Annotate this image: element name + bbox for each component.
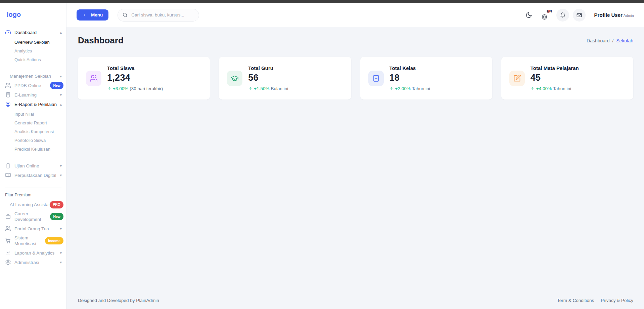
main-area: Menu EN [66, 3, 644, 309]
stat-card-total-siswa: Total Siswa1,234+3.00%(30 hari terakhir) [78, 57, 210, 100]
profile-menu[interactable]: Profile User Admin [594, 12, 634, 18]
journal-icon [5, 92, 11, 98]
sidebar-item-career-development[interactable]: Career Development▾New [0, 209, 66, 224]
caret-down-icon: ▾ [60, 250, 62, 256]
sidebar-subitem-analisis-kompetensi[interactable]: Analisis Kompetensi [0, 127, 66, 136]
footer-link-privacy-policy[interactable]: Privacy & Policy [601, 298, 633, 303]
breadcrumb-current[interactable]: Sekolah [616, 38, 633, 43]
stat-value: 45 [531, 73, 579, 83]
stat-body: Total Mata Pelajaran45+4.00%Tahun ini [531, 65, 579, 91]
book-open-icon [5, 172, 11, 178]
search-box [118, 9, 199, 22]
graduation-cap-icon [227, 71, 242, 86]
caret-down-icon: ▾ [60, 226, 62, 232]
stat-title: Total Mata Pelajaran [531, 65, 579, 71]
app-shell: logo Dashboard▴Overview SekolahAnalytics… [0, 3, 644, 309]
footer-link-term-conditions[interactable]: Term & Conditions [557, 298, 594, 303]
stat-trend: +4.00%Tahun ini [531, 86, 579, 91]
profile-name: Profile User [594, 12, 623, 18]
top-bar: Menu EN [66, 3, 644, 27]
dark-mode-toggle[interactable] [525, 12, 532, 18]
sidebar-item-portal-orang-tua[interactable]: Portal Orang Tua▾ [0, 224, 66, 233]
badge-new: New [50, 82, 63, 89]
sidebar-item-perpustakaan-digital[interactable]: Perpustakaan Digital▾ [0, 170, 66, 180]
stat-title: Total Kelas [389, 65, 430, 71]
stat-title: Total Siswa [107, 65, 163, 71]
language-selector[interactable]: EN [541, 9, 552, 21]
caret-up-icon: ▴ [60, 102, 62, 107]
smartphone-icon [5, 163, 11, 169]
stat-value: 56 [248, 73, 288, 83]
gear-icon [5, 259, 11, 265]
sidebar-item-label: Ujian Online [14, 163, 61, 169]
trend-period: Tahun ini [553, 86, 571, 91]
briefcase-icon [5, 214, 11, 220]
arrow-up-icon [531, 86, 535, 91]
notifications-button[interactable] [556, 9, 569, 22]
sidebar-submenu: Input NilaiGenerate RaportAnalisis Kompe… [0, 110, 66, 153]
sidebar-item-label: Manajemen Sekolah [10, 73, 61, 79]
sidebar-item-label: E-Raport & Penilaian [14, 102, 61, 107]
sidebar-item-sistem-monetisasi[interactable]: Sistem Monetisasi▾Income [0, 233, 66, 248]
sidebar-item-label: Sistem Monetisasi [14, 235, 44, 246]
sidebar-group: Fitur PremiumAI Learning Assistant▾PROCa… [0, 188, 66, 267]
sidebar-item-administrasi[interactable]: Administrasi▾ [0, 258, 66, 267]
sidebar-submenu: Overview SekolahAnalyticsQuick Actions [0, 38, 66, 64]
sidebar-subitem-portofolio-siswa[interactable]: Portofolio Siswa [0, 136, 66, 145]
footer-links: Term & ConditionsPrivacy & Policy [557, 298, 633, 303]
caret-down-icon: ▾ [60, 73, 62, 79]
users-icon [5, 226, 11, 232]
footer-credit: Designed and Developed by PlainAdmin [78, 298, 159, 303]
stat-title: Total Guru [248, 65, 288, 71]
sidebar-item-ujian-online[interactable]: Ujian Online▾ [0, 161, 66, 170]
breadcrumb-separator: / [612, 38, 614, 43]
messages-button[interactable] [573, 9, 586, 22]
page-head: Dashboard Dashboard / Sekolah [78, 35, 633, 46]
header-actions: EN Profile User Admin [525, 9, 634, 22]
menu-button[interactable]: Menu [77, 9, 108, 21]
moon-icon [525, 12, 532, 18]
stat-value: 18 [389, 73, 430, 83]
caret-down-icon: ▾ [60, 92, 62, 98]
trend-period: (30 hari terakhir) [130, 86, 163, 91]
notebook-icon [368, 71, 384, 86]
sidebar-item-label: Portal Orang Tua [14, 226, 61, 232]
bell-icon [560, 12, 566, 18]
sidebar-item-ppdb-online[interactable]: PPDB Online▾New [0, 81, 66, 90]
sidebar-item-laporan-analytics[interactable]: Laporan & Analytics▾ [0, 248, 66, 258]
sidebar-item-ai-learning-assistant[interactable]: AI Learning Assistant▾PRO [0, 200, 66, 209]
sidebar-subitem-quick-actions[interactable]: Quick Actions [0, 55, 66, 64]
users-icon [5, 82, 11, 88]
arrow-up-icon [389, 86, 394, 91]
sidebar-subitem-analytics[interactable]: Analytics [0, 46, 66, 55]
sidebar-group: Ujian Online▾Perpustakaan Digital▾ [0, 161, 66, 180]
sidebar-subitem-input-nilai[interactable]: Input Nilai [0, 110, 66, 118]
sidebar-divider [5, 188, 61, 188]
stat-card-total-guru: Total Guru56+1.50%Bulan ini [219, 57, 351, 100]
sidebar-item-dashboard[interactable]: Dashboard▴ [0, 28, 66, 37]
caret-up-icon: ▴ [60, 30, 62, 35]
sidebar-item-label: Administrasi [14, 260, 61, 265]
sidebar-subitem-generate-raport[interactable]: Generate Raport [0, 118, 66, 127]
logo: logo [7, 11, 66, 18]
users-icon [86, 71, 101, 86]
sidebar-item-manajemen-sekolah[interactable]: Manajemen Sekolah▾ [0, 72, 66, 81]
sidebar-subitem-overview-sekolah[interactable]: Overview Sekolah [0, 38, 66, 46]
stat-card-total-mata-pelajaran: Total Mata Pelajaran45+4.00%Tahun ini [501, 57, 633, 100]
search-input[interactable] [131, 12, 194, 17]
sidebar-subitem-prediksi-kelulusan[interactable]: Prediksi Kelulusan [0, 145, 66, 153]
mail-icon [576, 12, 582, 18]
gauge-icon [5, 29, 11, 35]
stat-body: Total Siswa1,234+3.00%(30 hari terakhir) [107, 65, 163, 91]
footer: Designed and Developed by PlainAdmin Ter… [66, 294, 644, 309]
sidebar-item-label: Laporan & Analytics [14, 250, 61, 256]
trend-period: Bulan ini [271, 86, 288, 91]
chevron-left-icon [82, 13, 87, 17]
badge-new: New [50, 213, 63, 220]
window-top-strip [0, 0, 644, 3]
sidebar-item-e-raport-penilaian[interactable]: E-Raport & Penilaian▴ [0, 100, 66, 109]
sidebar-item-e-learning[interactable]: E-Learning▾ [0, 90, 66, 100]
breadcrumb-root[interactable]: Dashboard [587, 38, 610, 43]
sidebar-item-label: Perpustakaan Digital [14, 172, 61, 178]
language-code: EN [547, 9, 552, 13]
